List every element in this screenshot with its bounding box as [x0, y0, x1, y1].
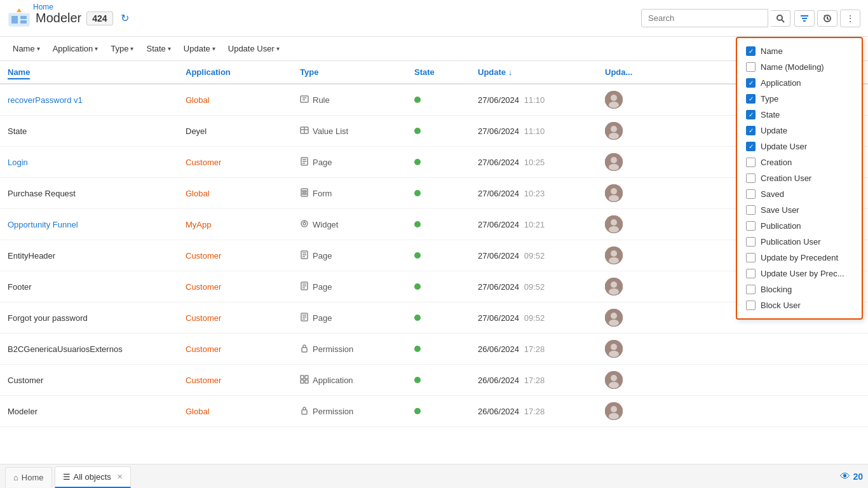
row-type-cell: Page	[292, 302, 407, 334]
row-type: Application	[300, 375, 399, 386]
refresh-button[interactable]: ↻	[118, 10, 132, 27]
row-type-cell: Page	[292, 147, 407, 178]
column-chooser-item-save_user[interactable]: Save User	[737, 202, 862, 218]
row-state-cell	[407, 147, 470, 178]
row-application-link[interactable]: Global	[186, 407, 210, 416]
table-row: Customer Customer Application 26/06/2024…	[0, 365, 868, 396]
state-indicator	[414, 346, 421, 352]
column-label-name: Name	[761, 46, 783, 56]
col-header-name[interactable]: Name	[0, 61, 178, 84]
column-checkbox-update_user_by_prec[interactable]	[746, 269, 756, 278]
column-checkbox-block_user[interactable]	[746, 301, 756, 310]
row-application-link[interactable]: Customer	[186, 251, 221, 261]
column-checkbox-name_modeling[interactable]	[746, 62, 756, 72]
row-application-link[interactable]: Customer	[186, 376, 221, 385]
column-chooser-item-name[interactable]: ✓ Name	[737, 43, 862, 59]
row-application-link[interactable]: Customer	[186, 158, 221, 167]
column-chooser-item-application[interactable]: ✓ Application	[737, 75, 862, 91]
column-checkbox-publication[interactable]	[746, 221, 756, 231]
row-type-cell: Permission	[292, 334, 407, 365]
column-checkbox-creation_user[interactable]	[746, 173, 756, 183]
column-chooser-item-update_user[interactable]: ✓ Update User	[737, 139, 862, 154]
row-application-link[interactable]: Customer	[186, 344, 221, 354]
column-chooser-item-type[interactable]: ✓ Type	[737, 91, 862, 107]
col-header-update[interactable]: Update ↓	[470, 61, 597, 84]
row-application-link[interactable]: Customer	[186, 282, 221, 292]
column-chooser-item-update_by_precedent[interactable]: Update by Precedent	[737, 250, 862, 266]
column-checkbox-creation[interactable]	[746, 158, 756, 167]
column-checkbox-update_by_precedent[interactable]	[746, 253, 756, 262]
column-chooser-item-state[interactable]: ✓ State	[737, 107, 862, 123]
row-application-link[interactable]: Global	[186, 189, 210, 198]
row-update: 27/06/2024 09:52	[478, 313, 545, 323]
svg-marker-4	[17, 8, 22, 12]
column-checkbox-blocking[interactable]	[746, 285, 756, 294]
row-update-cell: 26/06/2024 17:28	[470, 334, 597, 365]
column-chooser-item-publication_user[interactable]: Publication User	[737, 234, 862, 250]
type-icon	[300, 188, 309, 199]
col-header-type[interactable]: Type	[292, 61, 407, 84]
filter-state[interactable]: State ▾	[141, 42, 175, 55]
row-application-cell: Customer	[178, 334, 292, 365]
column-chooser-item-update_user_by_prec[interactable]: Update User by Prec...	[737, 266, 862, 281]
column-chooser-item-creation[interactable]: Creation	[737, 154, 862, 170]
col-header-application[interactable]: Application	[178, 61, 292, 84]
search-button[interactable]	[771, 10, 790, 27]
search-input[interactable]	[641, 9, 768, 27]
column-checkbox-save_user[interactable]	[746, 205, 756, 215]
row-name-link[interactable]: recoverPassword v1	[8, 95, 83, 105]
filter-update-user[interactable]: Update User ▾	[223, 42, 285, 55]
column-checkbox-state[interactable]: ✓	[746, 110, 756, 119]
row-application-link[interactable]: Customer	[186, 313, 221, 323]
row-name-link[interactable]: Opportunity Funnel	[8, 220, 78, 229]
row-update: 26/06/2024 17:28	[478, 344, 545, 354]
more-options-button[interactable]: ⋮	[840, 10, 860, 27]
state-indicator	[414, 283, 421, 290]
filter-type[interactable]: Type ▾	[105, 42, 139, 55]
column-checkbox-publication_user[interactable]	[746, 237, 756, 247]
column-checkbox-update_user[interactable]: ✓	[746, 142, 756, 151]
row-update: 27/06/2024 09:52	[478, 282, 545, 292]
svg-rect-63	[302, 348, 307, 352]
column-chooser-item-update[interactable]: ✓ Update	[737, 123, 862, 139]
column-chooser-item-blocking[interactable]: Blocking	[737, 281, 862, 297]
svg-point-54	[611, 281, 617, 288]
table-row: Modeler Global Permission 26/06/2024 17:…	[0, 396, 868, 427]
row-update-cell: 27/06/2024 09:52	[470, 271, 597, 302]
row-type: Form	[300, 188, 399, 199]
column-checkbox-name[interactable]: ✓	[746, 46, 756, 56]
row-application-link[interactable]: Global	[186, 95, 210, 105]
filter-application[interactable]: Application ▾	[48, 42, 104, 55]
row-type: Page	[300, 250, 399, 261]
svg-point-73	[609, 382, 619, 388]
column-chooser-item-name_modeling[interactable]: Name (Modeling)	[737, 59, 862, 75]
avatar	[605, 153, 623, 171]
svg-point-47	[611, 250, 617, 257]
filter-name[interactable]: Name ▾	[8, 42, 45, 55]
column-checkbox-application[interactable]: ✓	[746, 78, 756, 88]
column-chooser-item-creation_user[interactable]: Creation User	[737, 170, 862, 186]
row-update-cell: 27/06/2024 10:21	[470, 209, 597, 240]
row-update: 27/06/2024 10:23	[478, 189, 545, 198]
row-application-link[interactable]: MyApp	[186, 220, 211, 229]
column-checkbox-update[interactable]: ✓	[746, 126, 756, 135]
history-button[interactable]	[817, 10, 837, 27]
column-chooser-item-block_user[interactable]: Block User	[737, 297, 862, 313]
column-checkbox-type[interactable]: ✓	[746, 94, 756, 104]
row-application-cell: Global	[178, 396, 292, 427]
row-type-cell: Page	[292, 271, 407, 302]
row-update-cell: 27/06/2024 11:10	[470, 84, 597, 116]
filter-button[interactable]	[794, 10, 815, 27]
row-type: Rule	[300, 95, 399, 105]
filter-update[interactable]: Update ▾	[179, 42, 220, 55]
row-name-link[interactable]: Login	[8, 158, 28, 167]
col-header-state[interactable]: State	[407, 61, 470, 84]
row-application-cell: Customer	[178, 240, 292, 271]
row-update: 26/06/2024 17:28	[478, 407, 545, 416]
home-breadcrumb[interactable]: Home	[33, 3, 53, 11]
column-checkbox-saved[interactable]	[746, 189, 756, 199]
state-indicator	[414, 128, 421, 134]
row-application-cell: MyApp	[178, 209, 292, 240]
column-chooser-item-publication[interactable]: Publication	[737, 218, 862, 234]
column-chooser-item-saved[interactable]: Saved	[737, 186, 862, 202]
